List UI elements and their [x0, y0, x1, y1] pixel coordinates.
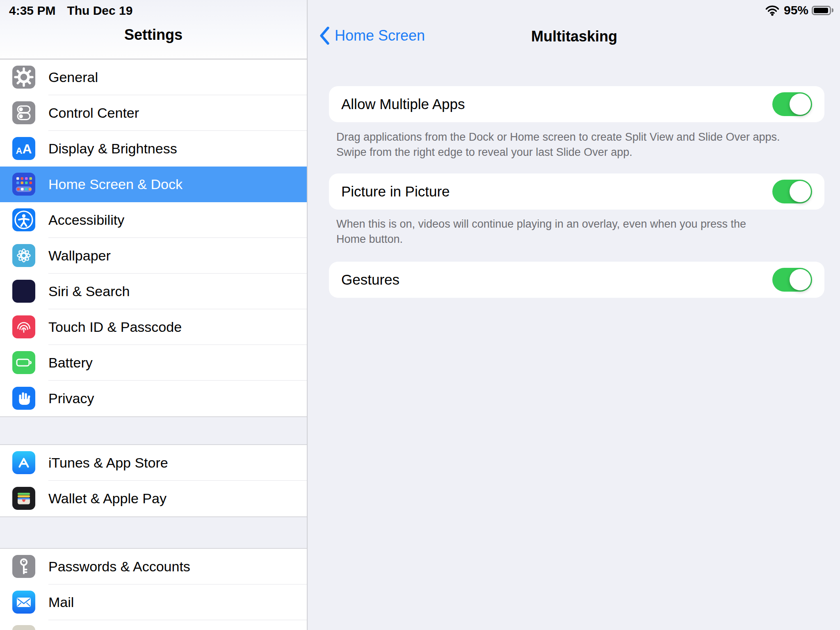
privacy-hand-icon: [12, 387, 35, 410]
wallpaper-icon: [12, 244, 35, 267]
setting-description: Drag applications from the Dock or Home …: [336, 130, 824, 160]
sidebar-item-label: iTunes & App Store: [48, 445, 168, 481]
sidebar-item-home-screen-dock[interactable]: Home Screen & Dock: [0, 167, 307, 202]
sidebar-item-label: Wallpaper: [48, 238, 111, 274]
multitasking-pane: Home Screen Multitasking Allow Multiple …: [308, 0, 840, 630]
app-icon-partial: [12, 625, 35, 630]
setting-label: Gestures: [341, 262, 399, 298]
status-time-date: 4:35 PMThu Dec 19: [9, 4, 132, 18]
toggle-knob: [790, 269, 811, 290]
page-title: Multitasking: [308, 28, 840, 45]
fingerprint-icon: [12, 315, 35, 338]
toggle-knob: [790, 181, 811, 202]
sidebar-section-gap: [0, 416, 307, 445]
status-time: 4:35 PM: [9, 4, 55, 17]
toggle-knob: [790, 94, 811, 115]
sidebar-item-mail[interactable]: Mail: [0, 584, 307, 620]
sidebar-section-gap: [0, 516, 307, 549]
sidebar-item-accessibility[interactable]: Accessibility: [0, 202, 307, 238]
status-bar-right: 95%: [765, 3, 833, 17]
sidebar-item-label: Control Center: [48, 95, 139, 131]
sidebar-item-label: Privacy: [48, 381, 94, 416]
battery-icon: [812, 6, 831, 15]
app-store-icon: [12, 451, 35, 474]
sidebar-item-wallet-apple-pay[interactable]: Wallet & Apple Pay: [0, 481, 307, 516]
sidebar-item-passwords-accounts[interactable]: Passwords & Accounts: [0, 549, 307, 584]
mail-icon: [12, 591, 35, 614]
key-icon: [12, 555, 35, 578]
setting-description: When this is on, videos will continue pl…: [336, 217, 824, 247]
settings-sidebar: 4:35 PMThu Dec 19 Settings General: [0, 0, 308, 630]
picture-in-picture-toggle[interactable]: [772, 180, 812, 203]
sidebar-item-label: Accessibility: [48, 202, 124, 238]
sidebar-item-label: Siri & Search: [48, 274, 130, 309]
battery-percentage: 95%: [784, 3, 808, 17]
gear-icon: [12, 66, 35, 89]
sidebar-item-battery[interactable]: Battery: [0, 345, 307, 381]
setting-label: Picture in Picture: [341, 173, 450, 210]
sidebar-item-wallpaper[interactable]: Wallpaper: [0, 238, 307, 274]
gestures-toggle[interactable]: [772, 268, 812, 292]
sidebar-item-label: Touch ID & Passcode: [48, 309, 182, 345]
battery-icon: [12, 351, 35, 374]
sidebar-item-itunes-app-store[interactable]: iTunes & App Store: [0, 445, 307, 481]
accessibility-icon: [12, 208, 35, 231]
status-date: Thu Dec 19: [67, 4, 132, 17]
sidebar-header: 4:35 PMThu Dec 19 Settings: [0, 0, 307, 59]
sidebar-item-general[interactable]: General: [0, 59, 307, 95]
setting-label: Allow Multiple Apps: [341, 86, 465, 122]
display-brightness-icon: AA: [12, 137, 35, 160]
sidebar-item-privacy[interactable]: Privacy: [0, 381, 307, 416]
toggles-icon: [12, 101, 35, 124]
sidebar-item-label: Battery: [48, 345, 93, 381]
sidebar-item-label: Display & Brightness: [48, 131, 177, 167]
ipad-settings-screen: 4:35 PMThu Dec 19 Settings General: [0, 0, 840, 630]
wallet-icon: [12, 487, 35, 510]
home-screen-dock-icon: [12, 173, 35, 196]
sidebar-item-display-brightness[interactable]: AA Display & Brightness: [0, 131, 307, 167]
sidebar-title: Settings: [0, 26, 307, 43]
sidebar-item-siri-search[interactable]: Siri & Search: [0, 274, 307, 309]
sidebar-item-label: Home Screen & Dock: [48, 167, 183, 202]
setting-card-picture-in-picture: Picture in Picture: [329, 173, 824, 210]
wifi-icon: [765, 5, 780, 16]
sidebar-item-label: Mail: [48, 584, 74, 620]
sidebar-item-label: Wallet & Apple Pay: [48, 481, 167, 516]
setting-card-gestures: Gestures: [329, 262, 824, 298]
sidebar-item-label: General: [48, 59, 98, 95]
allow-multiple-apps-toggle[interactable]: [772, 92, 812, 116]
sidebar-item-control-center[interactable]: Control Center: [0, 95, 307, 131]
sidebar-item-label: Passwords & Accounts: [48, 549, 190, 584]
sidebar-item-touch-id-passcode[interactable]: Touch ID & Passcode: [0, 309, 307, 345]
sidebar-item-partial[interactable]: [0, 620, 307, 630]
siri-icon: [12, 280, 35, 303]
setting-card-allow-multiple-apps: Allow Multiple Apps: [329, 86, 824, 122]
battery-tip: [832, 8, 833, 12]
